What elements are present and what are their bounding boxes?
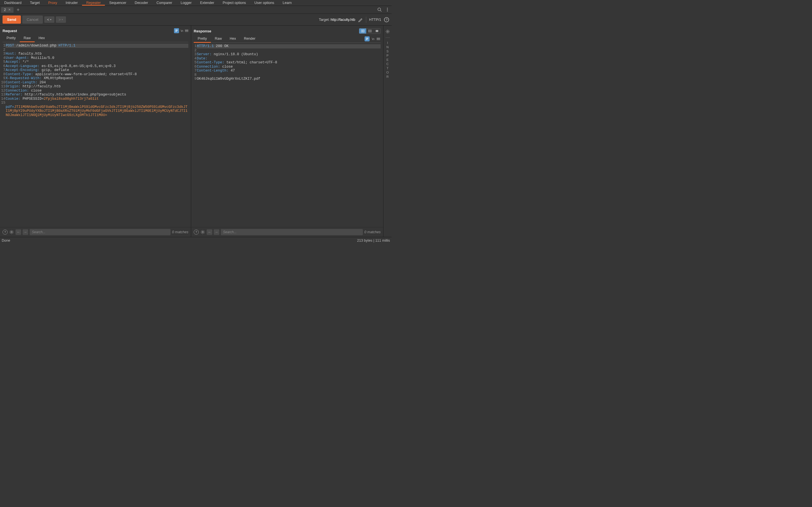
view-tab-raw[interactable]: Raw <box>211 35 226 43</box>
svg-point-3 <box>387 9 388 10</box>
svg-point-4 <box>387 11 388 11</box>
options-icon[interactable] <box>377 38 380 40</box>
close-icon[interactable]: ✕ <box>8 8 11 11</box>
request-search-bar: ? ← → 0 matches <box>0 227 191 237</box>
response-body[interactable]: HTTP/1.1 200 OK Server: nginx/1.18.0 (Ub… <box>197 44 380 227</box>
more-vertical-icon[interactable] <box>385 7 390 12</box>
search-next-button[interactable]: → <box>22 229 28 235</box>
svg-point-8 <box>11 231 12 233</box>
options-icon[interactable] <box>185 30 188 32</box>
main-tab-sequencer[interactable]: Sequencer <box>105 0 130 6</box>
history-forward-button: > ▼ <box>56 16 66 23</box>
divider <box>386 38 390 38</box>
newline-toggle[interactable]: \n <box>372 37 374 41</box>
status-done: Done <box>2 238 10 242</box>
request-panel: Request \n PrettyRawHex 1234567891011121… <box>0 25 191 237</box>
response-editor[interactable]: 123456789 HTTP/1.1 200 OK Server: nginx/… <box>191 43 383 227</box>
search-prev-button[interactable]: ← <box>15 229 21 235</box>
view-tab-hex[interactable]: Hex <box>35 35 49 42</box>
repeater-sub-tab-bar: 2 ✕ + <box>0 6 392 14</box>
svg-point-17 <box>202 231 204 233</box>
gear-icon[interactable] <box>385 29 390 34</box>
response-search-input[interactable] <box>221 229 363 235</box>
view-tab-raw[interactable]: Raw <box>20 35 35 42</box>
request-view-tabs: PrettyRawHex <box>3 35 188 42</box>
response-title: Response <box>194 29 211 33</box>
action-bar: Send Cancel < ▼ > ▼ Target: http://facul… <box>0 14 392 25</box>
main-tab-comparer[interactable]: Comparer <box>152 0 176 6</box>
view-tab-pretty[interactable]: Pretty <box>3 35 20 42</box>
main-tab-proxy[interactable]: Proxy <box>44 0 61 6</box>
main-tab-user-options[interactable]: User options <box>250 0 278 6</box>
svg-point-0 <box>378 8 380 11</box>
main-tab-target[interactable]: Target <box>26 0 44 6</box>
response-search-bar: ? ← → 0 matches <box>191 227 383 237</box>
gear-icon[interactable] <box>200 230 205 235</box>
request-title: Request <box>3 29 17 33</box>
add-tab-button[interactable]: + <box>14 8 22 12</box>
svg-rect-11 <box>368 30 371 31</box>
request-body[interactable]: POST /admin/download.php HTTP/1.1 Host: … <box>6 44 188 227</box>
main-tab-logger[interactable]: Logger <box>176 0 196 6</box>
gear-icon[interactable] <box>9 230 14 235</box>
status-bar: Done 213 bytes | 111 millis <box>0 237 392 244</box>
inspector-label[interactable]: INSPECTOR <box>386 41 389 79</box>
http-protocol-label[interactable]: HTTP/1 <box>369 18 381 22</box>
message-editor-area: Request \n PrettyRawHex 1234567891011121… <box>0 25 392 237</box>
main-tab-decoder[interactable]: Decoder <box>131 0 152 6</box>
edit-target-icon[interactable] <box>358 17 363 22</box>
main-tab-repeater[interactable]: Repeater <box>82 0 105 6</box>
view-tab-pretty[interactable]: Pretty <box>194 35 211 43</box>
layout-toggle[interactable] <box>359 28 380 34</box>
beautify-icon[interactable] <box>364 36 370 41</box>
layout-single-icon[interactable] <box>373 29 380 34</box>
help-icon[interactable]: ? <box>194 230 199 235</box>
main-tab-learn[interactable]: Learn <box>278 0 296 6</box>
view-tab-hex[interactable]: Hex <box>226 35 240 43</box>
request-editor[interactable]: 123456789101112131415 POST /admin/downlo… <box>0 42 191 227</box>
response-view-tabs: PrettyRawHexRender \n <box>194 35 380 43</box>
repeater-tab-2[interactable]: 2 ✕ <box>1 7 13 13</box>
svg-rect-13 <box>376 30 378 32</box>
request-search-input[interactable] <box>30 229 170 235</box>
svg-line-1 <box>380 10 382 11</box>
request-line-gutter: 123456789101112131415 <box>1 44 6 227</box>
history-back-button[interactable]: < ▼ <box>44 16 54 23</box>
main-tab-intruder[interactable]: Intruder <box>61 0 82 6</box>
target-label: Target: http://faculty.htb <box>319 18 355 22</box>
inspector-strip[interactable]: INSPECTOR <box>383 25 392 237</box>
svg-rect-12 <box>368 31 371 32</box>
main-tab-dashboard[interactable]: Dashboard <box>0 0 26 6</box>
svg-point-18 <box>387 31 388 33</box>
divider <box>366 17 366 23</box>
help-icon[interactable]: ? <box>384 17 389 22</box>
layout-rows-icon[interactable] <box>366 29 373 34</box>
search-icon[interactable] <box>377 7 382 12</box>
view-tab-render[interactable]: Render <box>240 35 259 43</box>
response-line-gutter: 123456789 <box>192 44 197 227</box>
search-next-button[interactable]: → <box>214 229 219 235</box>
main-tab-bar: DashboardTargetProxyIntruderRepeaterSequ… <box>0 0 392 6</box>
repeater-tab-label: 2 <box>4 8 6 12</box>
svg-rect-9 <box>361 30 363 32</box>
newline-toggle[interactable]: \n <box>181 29 183 33</box>
response-panel: Response PrettyRawHexRender \n 123456789… <box>191 25 383 237</box>
layout-columns-icon[interactable] <box>359 29 366 34</box>
search-prev-button[interactable]: ← <box>207 229 212 235</box>
main-tab-project-options[interactable]: Project options <box>218 0 250 6</box>
help-icon[interactable]: ? <box>3 230 8 235</box>
request-match-count: 0 matches <box>172 230 188 234</box>
send-button[interactable]: Send <box>3 15 21 24</box>
svg-point-2 <box>387 8 388 9</box>
beautify-icon[interactable] <box>174 28 179 33</box>
cancel-button: Cancel <box>22 15 43 24</box>
main-tab-extender[interactable]: Extender <box>196 0 218 6</box>
status-meta: 213 bytes | 111 millis <box>357 238 390 242</box>
svg-rect-10 <box>363 30 364 32</box>
response-match-count: 0 matches <box>364 230 380 234</box>
